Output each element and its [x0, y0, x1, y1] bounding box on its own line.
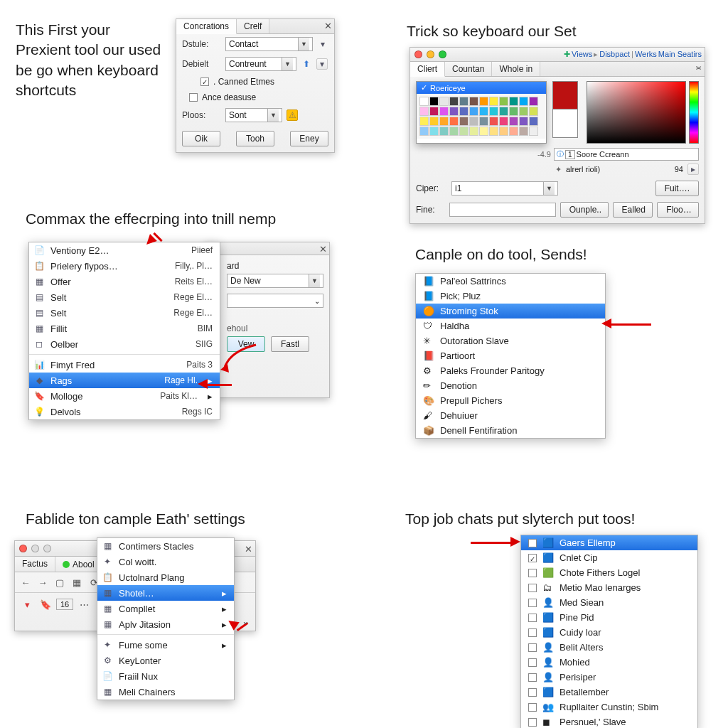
close-icon[interactable]: ✕: [316, 242, 329, 255]
swatch-cell[interactable]: [529, 107, 538, 116]
menu-item[interactable]: ✦Fume some▸: [97, 637, 234, 653]
close-icon[interactable]: ✕: [242, 542, 255, 555]
checkbox[interactable]: [528, 584, 537, 592]
menu-item[interactable]: 🔖MollogePaits Kl…▸: [29, 388, 220, 404]
swatch-cell[interactable]: [509, 117, 518, 126]
button-eney[interactable]: Eney: [290, 131, 328, 146]
menu-item[interactable]: ◻OelberSIIG: [29, 336, 220, 352]
list-item[interactable]: ✏Denotion: [416, 378, 605, 393]
swatch-cell[interactable]: [509, 97, 518, 106]
menu-item[interactable]: ▦FillitBIM: [29, 321, 220, 336]
list-item[interactable]: 🛡Haldha: [416, 318, 605, 333]
swatch-cell[interactable]: [439, 107, 449, 116]
home-icon[interactable]: ▢: [52, 575, 68, 589]
swatch-cell[interactable]: [479, 127, 488, 136]
swatch-cell[interactable]: [479, 97, 488, 106]
tab-crelf[interactable]: Crelf: [237, 19, 269, 33]
menu-item[interactable]: ▤SeltRege El…: [29, 289, 220, 305]
swatch-cell[interactable]: [429, 97, 439, 106]
list-item[interactable]: 🖌Dehuiuer: [416, 408, 605, 423]
toolbar-link-mainseatirs[interactable]: Main Seatirs: [658, 50, 702, 59]
toolbar-link-views[interactable]: Views: [572, 50, 592, 59]
list-item[interactable]: 📦Denell Fentifiration: [416, 423, 605, 438]
checklist-item[interactable]: 🟦Pine Pid: [521, 610, 697, 625]
swatch-cell[interactable]: [439, 97, 449, 106]
swatch-cell[interactable]: [429, 107, 439, 116]
checkbox-canned[interactable]: [200, 77, 209, 86]
swatch-cell[interactable]: [529, 117, 538, 126]
panel-collapse-icon[interactable]: ≍: [692, 62, 705, 76]
tab-cliert[interactable]: Cliert: [410, 62, 445, 77]
checkbox[interactable]: [528, 554, 537, 562]
stepper-icon[interactable]: ▸: [687, 164, 699, 175]
forward-icon[interactable]: →: [35, 575, 50, 589]
swatch-cell[interactable]: [479, 117, 488, 126]
list-item[interactable]: ✳Outoration Slave: [416, 333, 605, 348]
swatch-cell[interactable]: [469, 127, 478, 136]
swatch-cell[interactable]: [519, 117, 528, 126]
grid-icon[interactable]: ▦: [69, 575, 85, 589]
swatch-cell[interactable]: [489, 107, 498, 116]
swatch-grid[interactable]: [417, 94, 546, 139]
counter-box[interactable]: 16: [56, 599, 73, 610]
toolbar-link-werks[interactable]: Werks: [635, 50, 657, 59]
checkbox[interactable]: [528, 718, 537, 727]
select-debielt[interactable]: Contreunt ▼: [225, 57, 296, 71]
button-vew[interactable]: Vew: [227, 336, 265, 352]
swatch-cell[interactable]: [449, 117, 459, 126]
swatch-cell[interactable]: [509, 127, 518, 136]
checklist-item[interactable]: 🟦Gaers Ellemp: [521, 535, 697, 550]
menu-item[interactable]: 📄Ventiony E2…Piieef: [29, 242, 220, 258]
toolbar-link-disbpact[interactable]: Disbpact: [599, 50, 630, 59]
button-ounple[interactable]: Ounple..: [560, 202, 609, 218]
select-dstule[interactable]: Contact ▼: [225, 37, 313, 51]
list-item[interactable]: 🎨Prepull Pichers: [416, 393, 605, 408]
checklist-item[interactable]: 🟩Chote Fithers Logel: [521, 565, 697, 580]
back-icon[interactable]: ←: [18, 575, 33, 589]
swatch-cell[interactable]: [499, 97, 508, 106]
swatch-cell[interactable]: [529, 127, 538, 136]
zoom-traffic-icon[interactable]: [43, 545, 51, 552]
swatch-cell[interactable]: [519, 107, 528, 116]
checklist-item[interactable]: 🟦Betallember: [521, 685, 697, 700]
hue-slider[interactable]: [689, 81, 699, 144]
list-item[interactable]: 📘Pick; Pluz: [416, 289, 605, 304]
swatch-cell[interactable]: [449, 97, 459, 106]
swatch-cell[interactable]: [419, 107, 429, 116]
menu-item[interactable]: ◆RagsRage Hl.▸: [29, 373, 220, 388]
menu-item[interactable]: ▤SeltRege El…: [29, 305, 220, 321]
input-fine[interactable]: [449, 203, 556, 217]
swatch-cell[interactable]: [519, 97, 528, 106]
checkbox[interactable]: [528, 688, 537, 697]
menu-item[interactable]: ▦Compllet▸: [97, 601, 234, 616]
button-fastl[interactable]: Fastl: [271, 336, 309, 352]
menu-item[interactable]: ▦OfferReits El…: [29, 274, 220, 289]
tab-countan[interactable]: Countan: [445, 62, 492, 76]
menu-item[interactable]: ▦Aplv Jitasion▸: [97, 616, 234, 632]
menu-item[interactable]: 📋Prielery flypos…Filly,. Pl…: [29, 258, 220, 274]
swatch-cell[interactable]: [489, 127, 498, 136]
checklist-item[interactable]: 🟦Cuidy loar: [521, 625, 697, 640]
menu-item[interactable]: ▦Contimers Stacles: [97, 538, 234, 554]
select-denew[interactable]: De New ▼: [227, 274, 323, 288]
zoom-traffic-icon[interactable]: [439, 50, 446, 58]
swatch-cell[interactable]: [479, 107, 488, 116]
swatch-cell[interactable]: [469, 97, 478, 106]
swatch-cell[interactable]: [449, 127, 459, 136]
checkbox[interactable]: [528, 673, 537, 682]
minimize-traffic-icon[interactable]: [31, 545, 39, 552]
checklist-item[interactable]: 🟦Cnlet Cip: [521, 550, 697, 565]
menu-item[interactable]: 📋Uctolnard Plang: [97, 569, 234, 585]
button-oik[interactable]: Oik: [182, 131, 220, 146]
up-arrow-icon[interactable]: ⬆: [301, 58, 312, 70]
swatch-cell[interactable]: [429, 127, 439, 136]
swatch-cell[interactable]: [459, 107, 469, 116]
checklist-item[interactable]: 👤Belit Alters: [521, 640, 697, 655]
checklist-item[interactable]: 👤Perisiper: [521, 670, 697, 685]
checkbox[interactable]: [528, 703, 537, 712]
checkbox[interactable]: [528, 658, 537, 667]
swatch-cell[interactable]: [419, 127, 429, 136]
checkbox-ance[interactable]: [189, 93, 198, 102]
close-traffic-icon[interactable]: [19, 545, 27, 552]
minimize-traffic-icon[interactable]: [427, 50, 434, 58]
